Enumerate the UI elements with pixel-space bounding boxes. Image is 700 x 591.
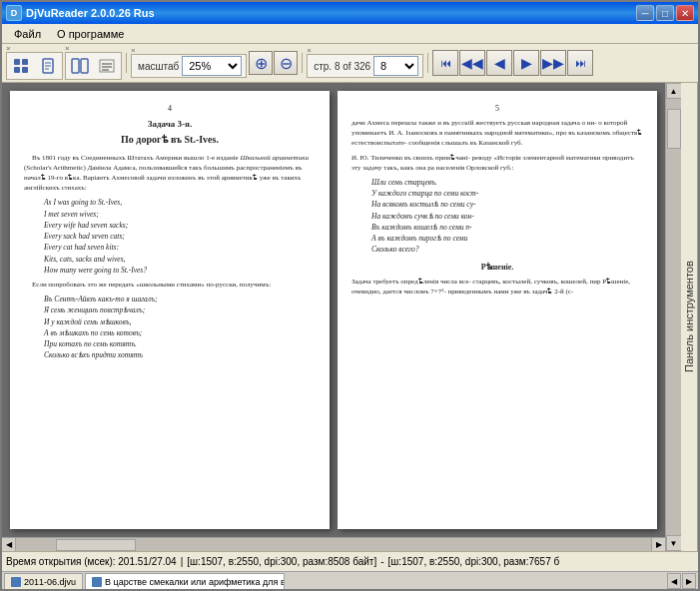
svg-rect-9 [81, 59, 88, 73]
nav-last-button[interactable]: ⏭ [567, 50, 593, 76]
status-separator: | [181, 556, 184, 567]
tab-0-label: 2011-06.djvu [24, 577, 76, 587]
left-page-number: 4 [24, 103, 316, 114]
status-time: Время открытия (мсек): 201.51/27.04 [6, 556, 177, 567]
nav-first-button[interactable]: ⏮ [432, 50, 458, 76]
status-info-right: [ш:1507, в:2550, dpi:300, разм:7657 б [388, 556, 560, 567]
document-view: 4 Задача 3-я. По дорогѣ въ St.-Ives. Въ … [2, 83, 665, 551]
zoom-out-button[interactable]: ⊖ [274, 51, 298, 75]
maximize-button[interactable]: □ [656, 5, 674, 21]
minimize-button[interactable]: ─ [636, 5, 654, 21]
hscroll-left[interactable]: ◀ [2, 538, 16, 552]
svg-rect-8 [72, 59, 79, 73]
left-body: Въ 1801 году въ Соединенныхъ Штатахъ Аме… [24, 153, 316, 194]
main-area: 4 Задача 3-я. По дорогѣ въ St.-Ives. Въ … [2, 83, 698, 551]
nav-next-button[interactable]: ▶ [513, 50, 539, 76]
status-dash: - [380, 556, 383, 567]
toolbar-group-view [6, 52, 63, 80]
vscroll-up[interactable]: ▲ [666, 83, 682, 99]
left-verse-russian: Въ Сентъ-Айвзъ какъ-то я шагалъ; Я семь … [44, 294, 316, 361]
page-select[interactable]: 8 [373, 56, 418, 76]
left-body2: Если попробовать это же передать «школьн… [24, 280, 316, 290]
toolbar-separator-1 [126, 53, 127, 73]
two-page-button[interactable] [67, 54, 93, 78]
tab-0[interactable]: 2011-06.djvu [4, 573, 83, 589]
toolbar-separator-3 [427, 53, 428, 73]
zoom-select[interactable]: 25% 50% 75% 100% [182, 56, 242, 76]
svg-rect-1 [22, 59, 28, 65]
right-verse: Шли семь старцевъ. У каждого старца по с… [371, 177, 643, 256]
tabs-nav-left[interactable]: ◀ [667, 573, 681, 589]
single-page-button[interactable] [35, 54, 61, 78]
hscrollbar: ◀ ▶ [2, 537, 665, 551]
tabs-nav-right[interactable]: ▶ [682, 573, 696, 589]
toolbar-group-view2 [65, 52, 122, 80]
left-page: 4 Задача 3-я. По дорогѣ въ St.-Ives. Въ … [10, 91, 330, 529]
right-body: дачи Ахмеса перешла также и въ русскій ж… [351, 118, 643, 148]
nav-prev-fast-button[interactable]: ◀◀ [459, 50, 485, 76]
hscroll-thumb[interactable] [56, 539, 136, 551]
tab-1-icon [92, 577, 102, 587]
titlebar-buttons: ─ □ ✕ [636, 5, 694, 21]
hscroll-right[interactable]: ▶ [651, 538, 665, 552]
right-solution: Задача требуетъ опредѣленія числа все- с… [351, 277, 643, 296]
toolbar: × × × [2, 44, 698, 83]
text-view-button[interactable] [94, 54, 120, 78]
statusbar: Время открытия (мсек): 201.51/27.04 | [ш… [2, 551, 698, 571]
right-page-content: 5 дачи Ахмеса перешла также и въ русскій… [338, 91, 657, 529]
tab-1[interactable]: В царстве смекалки или арифметика для вс… [85, 573, 285, 589]
nav-prev-button[interactable]: ◀ [486, 50, 512, 76]
vscroll-track [666, 99, 682, 535]
nav-next-fast-button[interactable]: ▶▶ [540, 50, 566, 76]
titlebar-left: D DjVuReader 2.0.0.26 Rus [6, 5, 155, 21]
zoom-in-button[interactable]: ⊕ [249, 51, 273, 75]
menubar: Файл О программе [2, 24, 698, 44]
continuous-view-button[interactable] [8, 54, 34, 78]
svg-rect-0 [14, 59, 20, 65]
hscroll-track [16, 538, 651, 552]
tabs-bar: 2011-06.djvu В царстве смекалки или ариф… [2, 571, 698, 589]
left-task-label: Задача 3-я. [24, 118, 316, 131]
right-page: 5 дачи Ахмеса перешла также и въ русскій… [338, 91, 657, 529]
svg-rect-3 [22, 67, 28, 73]
close-button[interactable]: ✕ [676, 5, 694, 21]
menu-about[interactable]: О программе [49, 26, 132, 42]
left-verse-english: As I was going to St.-Ives, I met seven … [44, 197, 316, 276]
zoom-buttons: ⊕ ⊖ [249, 51, 298, 75]
toolbar-group-zoom: масштаб 25% 50% 75% 100% [131, 54, 247, 78]
nav-buttons: ⏮ ◀◀ ◀ ▶ ▶▶ ⏭ [432, 50, 593, 76]
app-icon: D [6, 5, 22, 21]
tabs-nav: ◀ ▶ [667, 573, 696, 589]
pages-container: 4 Задача 3-я. По дорогѣ въ St.-Ives. Въ … [2, 83, 665, 537]
left-page-title: По дорогѣ въ St.-Ives. [24, 133, 316, 147]
main-window: D DjVuReader 2.0.0.26 Rus ─ □ ✕ Файл О п… [0, 0, 700, 591]
page-label: стр. 8 of 326 [312, 61, 372, 72]
vscrollbar: ▲ ▼ [665, 83, 681, 551]
window-title: DjVuReader 2.0.0.26 Rus [26, 7, 155, 19]
toolbar-group-page: стр. 8 of 326 8 [307, 54, 423, 78]
zoom-label: масштаб [136, 61, 181, 72]
toolbar-separator-2 [302, 53, 303, 73]
svg-rect-2 [14, 67, 20, 73]
tab-1-label: В царстве смекалки или арифметика для вс… [105, 577, 285, 587]
right-solution-title: Рѣшеніе. [351, 262, 643, 273]
titlebar: D DjVuReader 2.0.0.26 Rus ─ □ ✕ [2, 2, 698, 24]
tab-0-icon [11, 577, 21, 587]
menu-file[interactable]: Файл [6, 26, 49, 42]
right-body2: И. Ю. Тиличенко въ своихъ примѣчані- рев… [351, 153, 643, 173]
left-page-content: 4 Задача 3-я. По дорогѣ въ St.-Ives. Въ … [10, 91, 330, 529]
right-page-number: 5 [351, 103, 643, 114]
vscroll-thumb[interactable] [667, 109, 681, 149]
side-panel-toggle[interactable]: Панель инструментов [681, 83, 698, 551]
vscroll-down[interactable]: ▼ [666, 535, 682, 551]
status-info-left: [ш:1507, в:2550, dpi:300, разм:8508 байт… [187, 556, 376, 567]
